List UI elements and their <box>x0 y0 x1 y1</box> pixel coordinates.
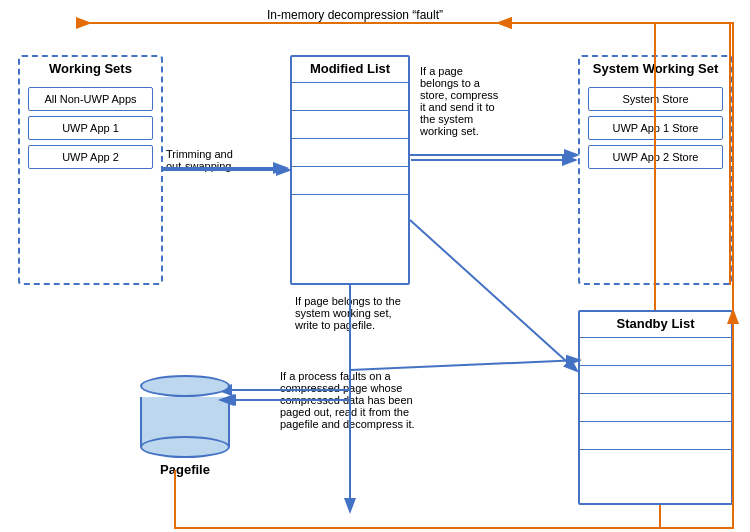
modified-row-2 <box>292 110 408 138</box>
standby-row-3 <box>580 393 731 421</box>
standby-list-box: Standby List <box>578 310 733 505</box>
diagram: In-memory decompression “fault” Working … <box>0 0 750 532</box>
cylinder-top <box>140 375 230 397</box>
standby-row-5 <box>580 449 731 477</box>
pagefile-container: Pagefile <box>130 375 240 477</box>
item-uwp1-store: UWP App 1 Store <box>588 116 723 140</box>
pagefile-label: Pagefile <box>130 462 240 477</box>
modified-row-5 <box>292 194 408 222</box>
pagefile-cylinder <box>140 375 230 458</box>
modified-list-title: Modified List <box>292 57 408 82</box>
annotation-compress: If a pagebelongs to astore, compressit a… <box>420 65 565 137</box>
modified-row-4 <box>292 166 408 194</box>
modified-row-1 <box>292 82 408 110</box>
standby-row-4 <box>580 421 731 449</box>
top-annotation: In-memory decompression “fault” <box>180 8 530 22</box>
standby-row-1 <box>580 337 731 365</box>
item-all-non-uwp: All Non-UWP Apps <box>28 87 153 111</box>
annotation-fault: If a process faults on acompressed page … <box>280 370 520 430</box>
modified-list-box: Modified List <box>290 55 410 285</box>
item-uwp2-store: UWP App 2 Store <box>588 145 723 169</box>
item-uwp-app2: UWP App 2 <box>28 145 153 169</box>
annotation-trimming: Trimming andout-swapping. <box>166 148 281 172</box>
standby-row-2 <box>580 365 731 393</box>
annotation-write-pagefile: If page belongs to thesystem working set… <box>295 295 525 331</box>
item-system-store: System Store <box>588 87 723 111</box>
cylinder-bottom <box>140 436 230 458</box>
working-sets-title: Working Sets <box>20 57 161 82</box>
working-sets-box: Working Sets All Non-UWP Apps UWP App 1 … <box>18 55 163 285</box>
item-uwp-app1: UWP App 1 <box>28 116 153 140</box>
arrow-pagefile-bottom <box>175 505 660 528</box>
system-working-set-box: System Working Set System Store UWP App … <box>578 55 733 285</box>
svg-line-9 <box>350 360 580 370</box>
standby-list-title: Standby List <box>580 312 731 337</box>
system-working-set-title: System Working Set <box>580 57 731 82</box>
modified-row-3 <box>292 138 408 166</box>
